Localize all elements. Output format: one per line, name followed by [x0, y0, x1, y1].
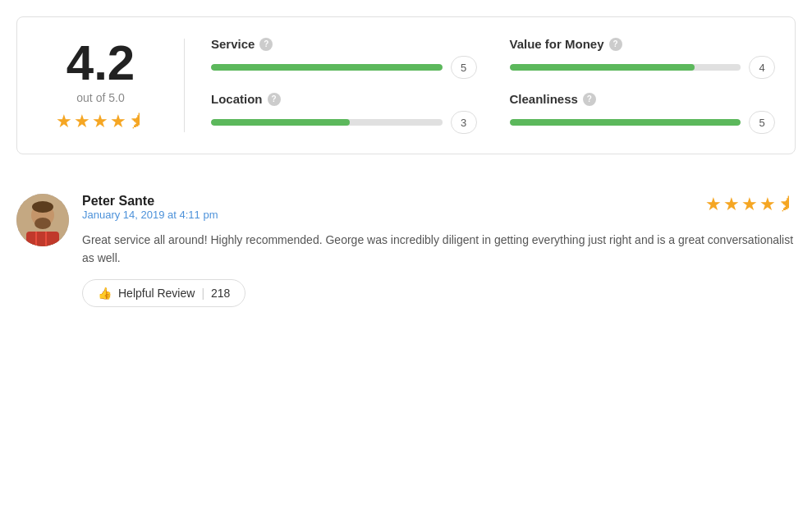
helpful-count: 218 — [211, 287, 230, 300]
cleanliness-question-icon[interactable]: ? — [583, 93, 596, 106]
value-bar-fill — [510, 64, 695, 71]
avatar-svg — [16, 194, 69, 246]
cleanliness-bar-value: 5 — [749, 111, 775, 134]
rating-summary-card: 4.2 out of 5.0 ★ ★ ★ ★ ⯨ Service ? 5 — [16, 16, 796, 154]
category-service: Service ? 5 — [211, 37, 477, 79]
cleanliness-bar-fill — [510, 119, 741, 126]
value-bar-track — [510, 64, 741, 71]
location-bar-value: 3 — [451, 111, 477, 134]
helpful-divider: | — [201, 287, 204, 300]
overall-score-out-of: out of 5.0 — [76, 91, 124, 104]
category-value-for-money: Value for Money ? 4 — [510, 37, 776, 79]
location-bar-fill — [211, 119, 350, 126]
location-bar-row: 3 — [211, 111, 477, 134]
value-bar-row: 4 — [510, 56, 776, 79]
cleanliness-label: Cleanliness — [510, 92, 578, 106]
svg-point-3 — [34, 218, 51, 229]
svg-rect-5 — [26, 232, 59, 246]
location-label: Location — [211, 92, 263, 106]
location-bar-track — [211, 119, 443, 126]
value-label: Value for Money — [510, 37, 604, 51]
review-content: Peter Sante January 14, 2019 at 4:11 pm … — [82, 194, 796, 307]
service-question-icon[interactable]: ? — [259, 38, 273, 51]
category-location-header: Location ? — [211, 92, 477, 106]
star-1: ★ — [56, 111, 72, 132]
reviewer-info: Peter Sante January 14, 2019 at 4:11 pm — [82, 194, 218, 229]
star-4: ★ — [110, 111, 126, 132]
review-section: Peter Sante January 14, 2019 at 4:11 pm … — [16, 181, 796, 320]
reviewer-avatar — [16, 194, 69, 246]
review-item: Peter Sante January 14, 2019 at 4:11 pm … — [16, 194, 796, 307]
category-service-header: Service ? — [211, 37, 477, 51]
service-bar-row: 5 — [211, 56, 477, 79]
location-question-icon[interactable]: ? — [268, 93, 281, 106]
service-bar-fill — [211, 64, 443, 71]
reviewer-name: Peter Sante — [82, 194, 218, 209]
review-star-1: ★ — [705, 194, 722, 215]
overall-score-number: 4.2 — [67, 39, 135, 88]
helpful-review-button[interactable]: 👍 Helpful Review | 218 — [82, 279, 245, 307]
service-bar-value: 5 — [451, 56, 477, 79]
value-question-icon[interactable]: ? — [609, 38, 622, 51]
review-star-2: ★ — [723, 194, 740, 215]
thumbs-up-icon: 👍 — [98, 287, 112, 300]
overall-score-section: 4.2 out of 5.0 ★ ★ ★ ★ ⯨ — [37, 39, 185, 132]
svg-point-4 — [32, 201, 53, 213]
review-star-half: ⯨ — [778, 194, 796, 215]
category-cleanliness: Cleanliness ? 5 — [510, 92, 776, 134]
value-bar-value: 4 — [749, 56, 775, 79]
helpful-label: Helpful Review — [118, 287, 195, 300]
star-2: ★ — [74, 111, 90, 132]
overall-stars: ★ ★ ★ ★ ⯨ — [56, 111, 146, 132]
cleanliness-bar-row: 5 — [510, 111, 776, 134]
category-cleanliness-header: Cleanliness ? — [510, 92, 776, 106]
review-star-4: ★ — [759, 194, 776, 215]
star-half: ⯨ — [128, 111, 146, 132]
review-stars: ★ ★ ★ ★ ⯨ — [705, 194, 796, 215]
review-header: Peter Sante January 14, 2019 at 4:11 pm … — [82, 194, 796, 229]
category-location: Location ? 3 — [211, 92, 477, 134]
service-label: Service — [211, 37, 255, 51]
cleanliness-bar-track — [510, 119, 741, 126]
review-date: January 14, 2019 at 4:11 pm — [82, 209, 218, 221]
review-text: Great service all around! Highly recomme… — [82, 231, 796, 268]
review-star-3: ★ — [741, 194, 758, 215]
categories-grid: Service ? 5 Value for Money ? 4 — [185, 37, 775, 134]
category-value-header: Value for Money ? — [510, 37, 776, 51]
star-3: ★ — [92, 111, 108, 132]
service-bar-track — [211, 64, 443, 71]
